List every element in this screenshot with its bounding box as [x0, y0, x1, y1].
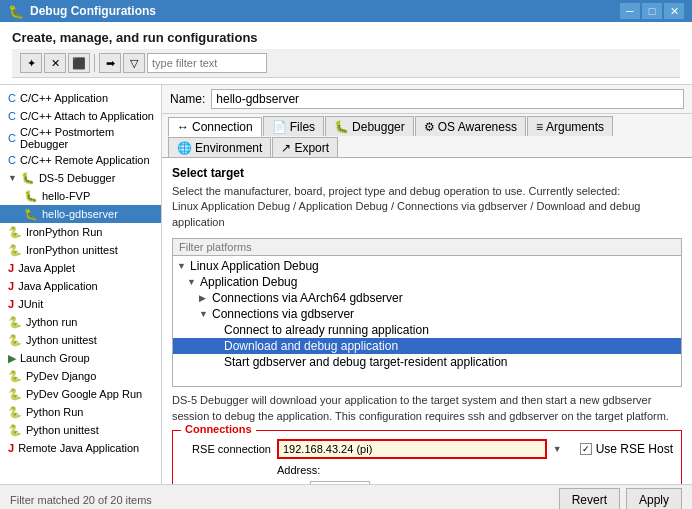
title-bar-left: 🐛 Debug Configurations [8, 4, 156, 19]
expand-icon: ▶ [199, 293, 209, 303]
c-cpp-remote-icon: C [8, 154, 16, 166]
sidebar-item-jython-run[interactable]: 🐍 Jython run [0, 313, 161, 331]
tab-debugger[interactable]: 🐛 Debugger [325, 116, 414, 136]
sidebar-item-label: DS-5 Debugger [39, 172, 115, 184]
sidebar-item-label: Python unittest [26, 424, 99, 436]
dialog-footer: Filter matched 20 of 20 items Revert App… [0, 484, 692, 509]
sidebar-item-label: Jython run [26, 316, 77, 328]
hello-gdbserver-icon: 🐛 [24, 208, 38, 221]
java-applet-icon: J [8, 262, 14, 274]
sidebar-item-ironpython-unittest[interactable]: 🐍 IronPython unittest [0, 241, 161, 259]
platform-connect-running[interactable]: Connect to already running application [173, 322, 681, 338]
use-rse-host-checkbox[interactable]: ✓ [580, 443, 592, 455]
connections-legend: Connections [181, 423, 256, 435]
sidebar-item-c-cpp-remote[interactable]: C C/C++ Remote Application [0, 151, 161, 169]
port-input[interactable] [310, 481, 370, 484]
new-config-button[interactable]: ✦ [20, 53, 42, 73]
sidebar-item-label: Python Run [26, 406, 83, 418]
maximize-button[interactable]: □ [642, 3, 662, 19]
app-icon: 🐛 [8, 4, 24, 19]
sidebar-item-label: JUnit [18, 298, 43, 310]
sidebar-item-label: C/C++ Application [20, 92, 108, 104]
tab-os-awareness[interactable]: ⚙ OS Awareness [415, 116, 526, 136]
sidebar: C C/C++ Application C C/C++ Attach to Ap… [0, 85, 162, 484]
platform-linux-app-debug[interactable]: ▼ Linux Application Debug [173, 258, 681, 274]
debugger-tab-label: Debugger [352, 120, 405, 134]
export-button[interactable]: ➡ [99, 53, 121, 73]
sidebar-item-java-applet[interactable]: J Java Applet [0, 259, 161, 277]
tab-environment[interactable]: 🌐 Environment [168, 137, 271, 157]
sidebar-item-c-cpp-app[interactable]: C C/C++ Application [0, 89, 161, 107]
expand-icon [211, 341, 221, 351]
sidebar-item-hello-gdbserver[interactable]: 🐛 hello-gdbserver [0, 205, 161, 223]
close-button[interactable]: ✕ [664, 3, 684, 19]
delete-config-button[interactable]: ✕ [44, 53, 66, 73]
duplicate-config-button[interactable]: ⬛ [68, 53, 90, 73]
platform-start-gdbserver[interactable]: Start gdbserver and debug target-residen… [173, 354, 681, 370]
sidebar-item-ds5-debugger[interactable]: ▼ 🐛 DS-5 Debugger [0, 169, 161, 187]
expand-icon[interactable]: ▼ [8, 173, 17, 183]
revert-button[interactable]: Revert [559, 488, 620, 510]
sidebar-item-launch-group[interactable]: ▶ Launch Group [0, 349, 161, 367]
junit-icon: J [8, 298, 14, 310]
rse-connection-value[interactable]: 192.168.43.24 (pi) [277, 439, 547, 459]
c-cpp-app-icon: C [8, 92, 16, 104]
platform-label: Application Debug [200, 275, 297, 289]
platform-label: Connections via gdbserver [212, 307, 354, 321]
sidebar-item-java-application[interactable]: J Java Application [0, 277, 161, 295]
environment-tab-icon: 🌐 [177, 141, 192, 155]
filter-input[interactable] [147, 53, 267, 73]
toolbar-separator [94, 54, 95, 72]
sidebar-item-label: PyDev Google App Run [26, 388, 142, 400]
filter-platforms-header [173, 239, 681, 256]
select-target-title: Select target [172, 166, 682, 180]
name-input[interactable] [211, 89, 684, 109]
platform-download-debug[interactable]: Download and debug application [173, 338, 681, 354]
platform-app-debug[interactable]: ▼ Application Debug [173, 274, 681, 290]
use-rse-host-label: Use RSE Host [596, 442, 673, 456]
sidebar-item-c-cpp-attach[interactable]: C C/C++ Attach to Application [0, 107, 161, 125]
sidebar-item-ironpython-run[interactable]: 🐍 IronPython Run [0, 223, 161, 241]
filter-platforms-input[interactable] [179, 241, 675, 253]
sidebar-item-python-unittest[interactable]: 🐍 Python unittest [0, 421, 161, 439]
sidebar-item-jython-unittest[interactable]: 🐍 Jython unittest [0, 331, 161, 349]
title-bar-controls: ─ □ ✕ [620, 3, 684, 19]
title-bar: 🐛 Debug Configurations ─ □ ✕ [0, 0, 692, 22]
arguments-tab-label: Arguments [546, 120, 604, 134]
name-label: Name: [170, 92, 205, 106]
platform-label: Linux Application Debug [190, 259, 319, 273]
dialog-body: C C/C++ Application C C/C++ Attach to Ap… [0, 85, 692, 484]
tab-files[interactable]: 📄 Files [263, 116, 324, 136]
sidebar-item-junit[interactable]: J JUnit [0, 295, 161, 313]
c-cpp-postmortem-icon: C [8, 132, 16, 144]
tabs-bar: ↔ Connection 📄 Files 🐛 Debugger ⚙ OS Awa… [162, 114, 692, 158]
sidebar-item-python-run[interactable]: 🐍 Python Run [0, 403, 161, 421]
jython-unittest-icon: 🐍 [8, 334, 22, 347]
dialog-title: Create, manage, and run configurations [12, 30, 680, 45]
sidebar-item-pydev-django[interactable]: 🐍 PyDev Django [0, 367, 161, 385]
sidebar-item-c-cpp-postmortem[interactable]: C C/C++ Postmortem Debugger [0, 125, 161, 151]
main-panel: Name: ↔ Connection 📄 Files 🐛 Debugger ⚙ … [162, 85, 692, 484]
dialog-header: Create, manage, and run configurations ✦… [0, 22, 692, 85]
sidebar-item-pydev-google[interactable]: 🐍 PyDev Google App Run [0, 385, 161, 403]
platform-via-gdbserver[interactable]: ▼ Connections via gdbserver [173, 306, 681, 322]
platform-aarch64-gdbserver[interactable]: ▶ Connections via AArch64 gdbserver [173, 290, 681, 306]
filter-status: Filter matched 20 of 20 items [10, 494, 152, 506]
collapse-button[interactable]: ▽ [123, 53, 145, 73]
sidebar-item-label: hello-gdbserver [42, 208, 118, 220]
use-rse-host-checkbox-row: ✓ Use RSE Host [580, 442, 673, 456]
tab-export[interactable]: ↗ Export [272, 137, 338, 157]
tab-arguments[interactable]: ≡ Arguments [527, 116, 613, 136]
apply-button[interactable]: Apply [626, 488, 682, 510]
sidebar-item-label: PyDev Django [26, 370, 96, 382]
connection-tab-label: Connection [192, 120, 253, 134]
python-run-icon: 🐍 [8, 406, 22, 419]
os-awareness-tab-icon: ⚙ [424, 120, 435, 134]
sidebar-item-hello-fvp[interactable]: 🐛 hello-FVP [0, 187, 161, 205]
sidebar-item-remote-java[interactable]: J Remote Java Application [0, 439, 161, 457]
files-tab-icon: 📄 [272, 120, 287, 134]
address-section: Address: [181, 463, 673, 477]
minimize-button[interactable]: ─ [620, 3, 640, 19]
dropdown-arrow-icon[interactable]: ▼ [553, 444, 562, 454]
tab-connection[interactable]: ↔ Connection [168, 117, 262, 137]
